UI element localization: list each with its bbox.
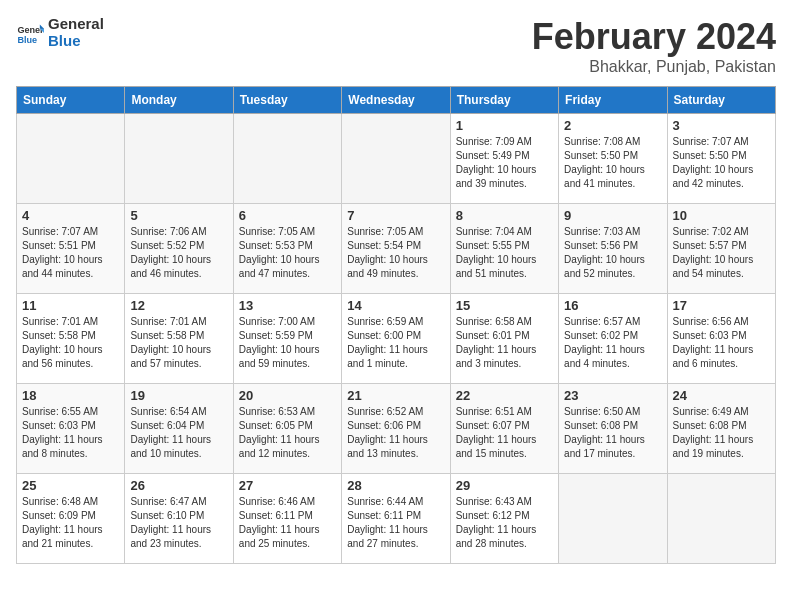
logo: General Blue General Blue: [16, 16, 104, 49]
table-row: 8Sunrise: 7:04 AM Sunset: 5:55 PM Daylig…: [450, 204, 558, 294]
day-info: Sunrise: 7:05 AM Sunset: 5:53 PM Dayligh…: [239, 225, 336, 281]
table-row: [342, 114, 450, 204]
table-row: 14Sunrise: 6:59 AM Sunset: 6:00 PM Dayli…: [342, 294, 450, 384]
day-info: Sunrise: 7:07 AM Sunset: 5:51 PM Dayligh…: [22, 225, 119, 281]
day-number: 27: [239, 478, 336, 493]
table-row: 21Sunrise: 6:52 AM Sunset: 6:06 PM Dayli…: [342, 384, 450, 474]
day-number: 1: [456, 118, 553, 133]
day-number: 23: [564, 388, 661, 403]
table-row: 3Sunrise: 7:07 AM Sunset: 5:50 PM Daylig…: [667, 114, 775, 204]
table-row: 15Sunrise: 6:58 AM Sunset: 6:01 PM Dayli…: [450, 294, 558, 384]
table-row: 16Sunrise: 6:57 AM Sunset: 6:02 PM Dayli…: [559, 294, 667, 384]
table-row: 2Sunrise: 7:08 AM Sunset: 5:50 PM Daylig…: [559, 114, 667, 204]
day-info: Sunrise: 6:46 AM Sunset: 6:11 PM Dayligh…: [239, 495, 336, 551]
table-row: 23Sunrise: 6:50 AM Sunset: 6:08 PM Dayli…: [559, 384, 667, 474]
day-info: Sunrise: 7:08 AM Sunset: 5:50 PM Dayligh…: [564, 135, 661, 191]
calendar-subtitle: Bhakkar, Punjab, Pakistan: [532, 58, 776, 76]
day-number: 13: [239, 298, 336, 313]
table-row: 5Sunrise: 7:06 AM Sunset: 5:52 PM Daylig…: [125, 204, 233, 294]
table-row: 12Sunrise: 7:01 AM Sunset: 5:58 PM Dayli…: [125, 294, 233, 384]
table-row: 13Sunrise: 7:00 AM Sunset: 5:59 PM Dayli…: [233, 294, 341, 384]
table-row: 11Sunrise: 7:01 AM Sunset: 5:58 PM Dayli…: [17, 294, 125, 384]
day-info: Sunrise: 6:51 AM Sunset: 6:07 PM Dayligh…: [456, 405, 553, 461]
table-row: 29Sunrise: 6:43 AM Sunset: 6:12 PM Dayli…: [450, 474, 558, 564]
table-row: 4Sunrise: 7:07 AM Sunset: 5:51 PM Daylig…: [17, 204, 125, 294]
table-row: [559, 474, 667, 564]
day-number: 18: [22, 388, 119, 403]
table-row: [17, 114, 125, 204]
day-number: 4: [22, 208, 119, 223]
header-friday: Friday: [559, 87, 667, 114]
day-number: 28: [347, 478, 444, 493]
table-row: [233, 114, 341, 204]
day-number: 10: [673, 208, 770, 223]
header-wednesday: Wednesday: [342, 87, 450, 114]
day-info: Sunrise: 7:00 AM Sunset: 5:59 PM Dayligh…: [239, 315, 336, 371]
table-row: 27Sunrise: 6:46 AM Sunset: 6:11 PM Dayli…: [233, 474, 341, 564]
table-row: 22Sunrise: 6:51 AM Sunset: 6:07 PM Dayli…: [450, 384, 558, 474]
calendar-week-row: 4Sunrise: 7:07 AM Sunset: 5:51 PM Daylig…: [17, 204, 776, 294]
logo-general-text: General: [48, 15, 104, 32]
day-info: Sunrise: 6:47 AM Sunset: 6:10 PM Dayligh…: [130, 495, 227, 551]
day-number: 17: [673, 298, 770, 313]
day-info: Sunrise: 7:06 AM Sunset: 5:52 PM Dayligh…: [130, 225, 227, 281]
day-info: Sunrise: 6:52 AM Sunset: 6:06 PM Dayligh…: [347, 405, 444, 461]
day-info: Sunrise: 7:07 AM Sunset: 5:50 PM Dayligh…: [673, 135, 770, 191]
day-number: 19: [130, 388, 227, 403]
page-header: General Blue General Blue February 2024 …: [16, 16, 776, 76]
table-row: 1Sunrise: 7:09 AM Sunset: 5:49 PM Daylig…: [450, 114, 558, 204]
day-number: 9: [564, 208, 661, 223]
day-number: 25: [22, 478, 119, 493]
header-sunday: Sunday: [17, 87, 125, 114]
day-number: 2: [564, 118, 661, 133]
calendar-table: Sunday Monday Tuesday Wednesday Thursday…: [16, 86, 776, 564]
logo-blue-text: Blue: [48, 32, 81, 49]
calendar-week-row: 25Sunrise: 6:48 AM Sunset: 6:09 PM Dayli…: [17, 474, 776, 564]
day-info: Sunrise: 6:59 AM Sunset: 6:00 PM Dayligh…: [347, 315, 444, 371]
svg-text:Blue: Blue: [17, 34, 37, 44]
table-row: 6Sunrise: 7:05 AM Sunset: 5:53 PM Daylig…: [233, 204, 341, 294]
day-number: 8: [456, 208, 553, 223]
day-info: Sunrise: 6:49 AM Sunset: 6:08 PM Dayligh…: [673, 405, 770, 461]
day-info: Sunrise: 6:53 AM Sunset: 6:05 PM Dayligh…: [239, 405, 336, 461]
day-number: 6: [239, 208, 336, 223]
day-info: Sunrise: 7:09 AM Sunset: 5:49 PM Dayligh…: [456, 135, 553, 191]
title-section: February 2024 Bhakkar, Punjab, Pakistan: [532, 16, 776, 76]
day-number: 7: [347, 208, 444, 223]
table-row: 18Sunrise: 6:55 AM Sunset: 6:03 PM Dayli…: [17, 384, 125, 474]
table-row: [125, 114, 233, 204]
day-info: Sunrise: 7:02 AM Sunset: 5:57 PM Dayligh…: [673, 225, 770, 281]
day-info: Sunrise: 6:48 AM Sunset: 6:09 PM Dayligh…: [22, 495, 119, 551]
calendar-header-row: Sunday Monday Tuesday Wednesday Thursday…: [17, 87, 776, 114]
day-info: Sunrise: 6:43 AM Sunset: 6:12 PM Dayligh…: [456, 495, 553, 551]
logo-icon: General Blue: [16, 19, 44, 47]
day-info: Sunrise: 6:54 AM Sunset: 6:04 PM Dayligh…: [130, 405, 227, 461]
table-row: 28Sunrise: 6:44 AM Sunset: 6:11 PM Dayli…: [342, 474, 450, 564]
day-number: 21: [347, 388, 444, 403]
day-number: 16: [564, 298, 661, 313]
day-info: Sunrise: 7:05 AM Sunset: 5:54 PM Dayligh…: [347, 225, 444, 281]
day-info: Sunrise: 6:56 AM Sunset: 6:03 PM Dayligh…: [673, 315, 770, 371]
calendar-title: February 2024: [532, 16, 776, 58]
day-info: Sunrise: 6:50 AM Sunset: 6:08 PM Dayligh…: [564, 405, 661, 461]
day-info: Sunrise: 7:03 AM Sunset: 5:56 PM Dayligh…: [564, 225, 661, 281]
day-number: 29: [456, 478, 553, 493]
table-row: 19Sunrise: 6:54 AM Sunset: 6:04 PM Dayli…: [125, 384, 233, 474]
day-number: 14: [347, 298, 444, 313]
calendar-week-row: 11Sunrise: 7:01 AM Sunset: 5:58 PM Dayli…: [17, 294, 776, 384]
table-row: 26Sunrise: 6:47 AM Sunset: 6:10 PM Dayli…: [125, 474, 233, 564]
day-info: Sunrise: 6:57 AM Sunset: 6:02 PM Dayligh…: [564, 315, 661, 371]
table-row: [667, 474, 775, 564]
day-info: Sunrise: 7:01 AM Sunset: 5:58 PM Dayligh…: [130, 315, 227, 371]
header-tuesday: Tuesday: [233, 87, 341, 114]
day-number: 20: [239, 388, 336, 403]
day-number: 11: [22, 298, 119, 313]
day-number: 12: [130, 298, 227, 313]
day-number: 3: [673, 118, 770, 133]
day-info: Sunrise: 7:01 AM Sunset: 5:58 PM Dayligh…: [22, 315, 119, 371]
header-thursday: Thursday: [450, 87, 558, 114]
day-number: 15: [456, 298, 553, 313]
table-row: 9Sunrise: 7:03 AM Sunset: 5:56 PM Daylig…: [559, 204, 667, 294]
table-row: 20Sunrise: 6:53 AM Sunset: 6:05 PM Dayli…: [233, 384, 341, 474]
day-number: 5: [130, 208, 227, 223]
